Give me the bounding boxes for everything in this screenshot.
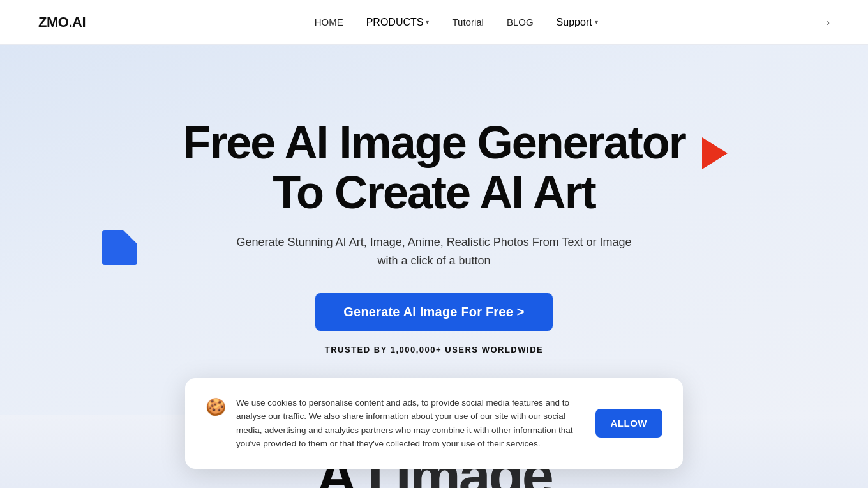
nav-link-home[interactable]: HOME bbox=[315, 17, 343, 27]
logo-text: ZMO.AI bbox=[38, 14, 86, 30]
cookie-allow-button[interactable]: ALLOW bbox=[595, 409, 662, 438]
nav-links: HOME PRODUCTS ▾ Tutorial BLOG Support ▾ bbox=[315, 17, 598, 28]
generate-cta-button[interactable]: Generate AI Image For Free > bbox=[315, 293, 552, 331]
hero-section: Free AI Image Generator To Create AI Art… bbox=[0, 45, 868, 415]
nav-link-support[interactable]: Support ▾ bbox=[557, 17, 598, 28]
nav-link-blog[interactable]: BLOG bbox=[507, 17, 534, 27]
nav-item-support[interactable]: Support ▾ bbox=[557, 17, 598, 28]
nav-item-tutorial[interactable]: Tutorial bbox=[452, 17, 483, 28]
cookie-icon: 🍪 bbox=[206, 397, 226, 417]
decorative-blue-shape bbox=[102, 230, 137, 265]
hero-title: Free AI Image Generator To Create AI Art bbox=[183, 118, 685, 218]
decorative-red-shape bbox=[702, 137, 728, 169]
nav-link-tutorial[interactable]: Tutorial bbox=[452, 17, 483, 27]
cookie-banner: 🍪 We use cookies to personalise content … bbox=[185, 378, 683, 469]
hero-title-line2: To Create AI Art bbox=[273, 167, 595, 218]
chevron-down-icon: ▾ bbox=[426, 19, 429, 26]
nav-item-home[interactable]: HOME bbox=[315, 17, 343, 28]
trust-text: TRUSTED BY 1,000,000+ USERS WORLDWIDE bbox=[325, 345, 543, 355]
nav-item-blog[interactable]: BLOG bbox=[507, 17, 534, 28]
logo[interactable]: ZMO.AI bbox=[38, 14, 86, 31]
navbar: ZMO.AI HOME PRODUCTS ▾ Tutorial BLOG Sup… bbox=[0, 0, 868, 45]
chevron-down-icon-support: ▾ bbox=[595, 19, 598, 26]
cookie-text: We use cookies to personalise content an… bbox=[236, 396, 585, 451]
hero-title-line1: Free AI Image Generator bbox=[183, 117, 685, 168]
nav-expand-icon[interactable]: › bbox=[827, 17, 830, 27]
nav-item-products[interactable]: PRODUCTS ▾ bbox=[366, 17, 430, 28]
hero-subtitle-line2: with a click of a button bbox=[377, 254, 490, 267]
nav-link-products[interactable]: PRODUCTS ▾ bbox=[366, 17, 430, 28]
nav-right: › bbox=[827, 17, 830, 27]
hero-subtitle: Generate Stunning AI Art, Image, Anime, … bbox=[237, 233, 632, 270]
hero-subtitle-line1: Generate Stunning AI Art, Image, Anime, … bbox=[237, 236, 632, 248]
